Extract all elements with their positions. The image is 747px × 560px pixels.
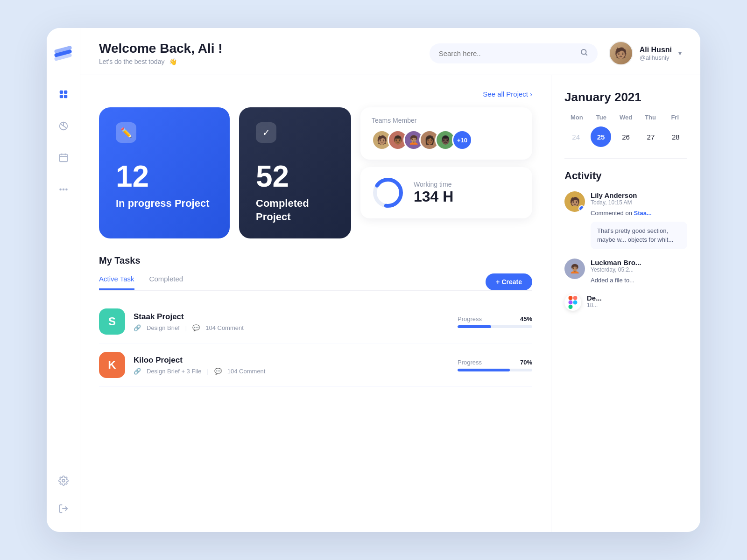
task-item: K Kiloo Project 🔗 Design Brief + 3 File … [99, 343, 532, 387]
task-logo-kiloo: K [99, 352, 125, 378]
task-progress-staak: Progress 45% [458, 315, 532, 328]
task-progress-kiloo: Progress 70% [458, 359, 532, 371]
activity-action-luckman: Added a file to... [591, 276, 687, 285]
task-logo-staak: S [99, 308, 125, 335]
team-more: +10 [452, 130, 472, 150]
activity-name-lily: Lily Anderson [591, 191, 687, 199]
welcome-title: Welcome Back, Ali ! [99, 41, 418, 56]
sidebar [47, 28, 80, 532]
search-input[interactable] [439, 49, 575, 57]
team-card: Teams Member 🧑🏽 👨🏾 🧑🏽‍🦱 👩🏾 👨🏿 +10 [360, 107, 532, 160]
calendar-days: 24 25 26 27 28 [564, 126, 687, 147]
activity-avatar-luckman: 🧑🏽‍🦱 [564, 259, 585, 279]
progress-bar-bg-kiloo [458, 369, 532, 371]
svg-rect-6 [63, 95, 67, 98]
figma-icon [564, 294, 581, 311]
svg-rect-4 [63, 91, 67, 94]
app-logo[interactable] [54, 43, 73, 62]
weekday-tue: Tue [589, 114, 614, 121]
sidebar-item-messages[interactable] [55, 181, 72, 198]
svg-rect-22 [573, 296, 578, 300]
completed-card: ✓ 52 Completed Project [239, 107, 351, 238]
progress-bar-fill-kiloo [458, 369, 510, 371]
completed-count: 52 [256, 161, 334, 191]
weekday-mon: Mon [564, 114, 589, 121]
divider [564, 158, 687, 159]
activity-name-luckman: Luckman Bro... [591, 259, 687, 266]
tab-completed[interactable]: Completed [149, 275, 183, 290]
svg-point-17 [581, 49, 586, 55]
task-meta-kiloo: 🔗 Design Brief + 3 File | 💬 104 Comment [134, 368, 449, 375]
sidebar-item-analytics[interactable] [55, 118, 72, 134]
progress-bar-fill-staak [458, 325, 491, 328]
donut-chart [372, 176, 404, 209]
working-hours: 134 H [414, 188, 521, 205]
main-content: See all Project › ✏️ 12 In progress Proj… [80, 75, 551, 532]
search-bar[interactable] [430, 43, 598, 63]
projects-header: See all Project › [99, 90, 532, 98]
activity-item-luckman: 🧑🏽‍🦱 Luckman Bro... Yesterday, 05:2... A… [564, 259, 687, 285]
svg-rect-5 [59, 95, 63, 98]
user-name: Ali Husni [640, 46, 672, 54]
task-name-staak: Staak Project [134, 312, 449, 322]
comment-icon: 💬 [192, 324, 200, 331]
cal-day-26[interactable]: 26 [615, 126, 636, 147]
cal-day-25[interactable]: 25 [591, 126, 611, 147]
task-name-kiloo: Kiloo Project [134, 356, 449, 365]
svg-point-13 [63, 189, 64, 190]
cal-day-28[interactable]: 28 [665, 126, 686, 147]
activity-avatar-lily: 🧑🏽 [564, 191, 585, 212]
wave-emoji: 👋 [169, 58, 177, 65]
chevron-down-icon: ▾ [678, 49, 682, 57]
teams-label: Teams Member [372, 117, 521, 124]
working-label: Working time [414, 181, 521, 188]
svg-point-25 [573, 301, 578, 305]
header-subtitle: Let's do the best today 👋 [99, 58, 418, 65]
link-icon: 🔗 [134, 324, 141, 331]
completed-icon: ✓ [256, 122, 276, 143]
cal-day-27[interactable]: 27 [641, 126, 661, 147]
calendar-weekdays: Mon Tue Wed Thu Fri [564, 114, 687, 121]
progress-bar-bg-staak [458, 325, 532, 328]
comment-icon: 💬 [214, 368, 222, 375]
completed-label: Completed Project [256, 197, 334, 224]
create-task-button[interactable]: + Create [486, 273, 532, 290]
online-badge [578, 205, 585, 212]
svg-rect-3 [59, 91, 63, 94]
search-icon [580, 48, 588, 59]
weekday-thu: Thu [638, 114, 663, 121]
sidebar-item-settings[interactable] [55, 472, 72, 489]
activity-title: Activity [564, 170, 687, 182]
in-progress-count: 12 [116, 161, 213, 191]
tasks-section-title: My Tasks [99, 255, 532, 266]
activity-time-design: 18... [587, 302, 687, 308]
activity-link-lily[interactable]: Staa... [634, 210, 652, 217]
svg-line-18 [585, 54, 587, 55]
in-progress-label: In progress Project [116, 197, 213, 210]
tasks-tabs: Active Task Completed + Create [99, 273, 532, 291]
activity-time-luckman: Yesterday, 05:2... [591, 266, 687, 273]
in-progress-icon: ✏️ [116, 122, 136, 143]
task-meta-staak: 🔗 Design Brief | 💬 104 Comment [134, 324, 449, 331]
activity-item-lily: 🧑🏽 Lily Anderson Today, 10:15 AM Comment… [564, 191, 687, 249]
calendar-month: January 2021 [564, 90, 687, 105]
svg-rect-23 [569, 301, 573, 305]
avatar: 🧑🏽 [609, 41, 633, 65]
task-item: S Staak Project 🔗 Design Brief | 💬 104 C… [99, 300, 532, 343]
sidebar-item-logout[interactable] [55, 500, 72, 517]
team-avatars: 🧑🏽 👨🏾 🧑🏽‍🦱 👩🏾 👨🏿 +10 [372, 130, 521, 150]
svg-point-14 [66, 189, 67, 190]
weekday-wed: Wed [613, 114, 638, 121]
user-profile[interactable]: 🧑🏽 Ali Husni @alihusniy ▾ [609, 41, 682, 65]
header: Welcome Back, Ali ! Let's do the best to… [80, 28, 700, 75]
in-progress-card: ✏️ 12 In progress Project [99, 107, 230, 238]
working-time-card: Working time 134 H [360, 167, 532, 218]
sidebar-item-calendar[interactable] [55, 149, 72, 166]
see-all-project-link[interactable]: See all Project › [483, 90, 532, 98]
cal-day-24[interactable]: 24 [566, 126, 586, 147]
svg-rect-24 [569, 305, 573, 309]
activity-action-lily: Commented on Staa... [591, 209, 687, 218]
sidebar-item-home[interactable] [55, 86, 72, 103]
tab-active-task[interactable]: Active Task [99, 275, 134, 290]
weekday-fri: Fri [662, 114, 687, 121]
